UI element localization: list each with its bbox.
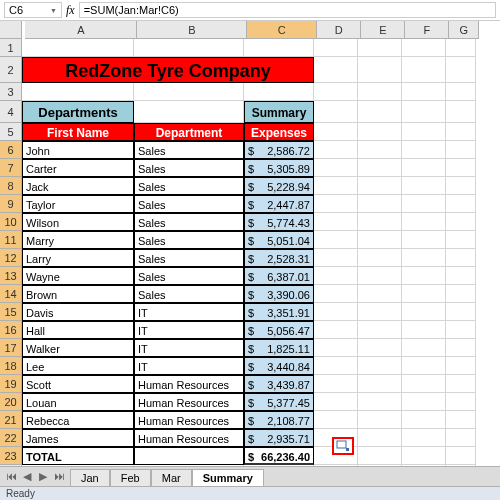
cell[interactable]: [402, 285, 446, 303]
cell[interactable]: [446, 195, 476, 213]
expense-cell[interactable]: $3,439.87: [244, 375, 314, 393]
cell[interactable]: [358, 57, 402, 83]
row-header[interactable]: 22: [0, 429, 22, 447]
department-cell[interactable]: Sales: [134, 213, 244, 231]
row-header[interactable]: 8: [0, 177, 22, 195]
cell[interactable]: [314, 321, 358, 339]
cell[interactable]: [314, 357, 358, 375]
cell[interactable]: [402, 267, 446, 285]
cell[interactable]: [314, 339, 358, 357]
cell[interactable]: [402, 303, 446, 321]
first-name-cell[interactable]: Davis: [22, 303, 134, 321]
cell[interactable]: [446, 83, 476, 101]
cell[interactable]: [402, 339, 446, 357]
department-cell[interactable]: Sales: [134, 141, 244, 159]
cell[interactable]: [402, 141, 446, 159]
first-name-header[interactable]: First Name: [22, 123, 134, 141]
department-cell[interactable]: Sales: [134, 195, 244, 213]
column-header-g[interactable]: G: [449, 21, 479, 39]
cell[interactable]: [134, 101, 244, 123]
cell[interactable]: [314, 159, 358, 177]
cell[interactable]: [446, 411, 476, 429]
sheet-tab-summary[interactable]: Summary: [192, 469, 264, 486]
department-cell[interactable]: Human Resources: [134, 429, 244, 447]
chevron-down-icon[interactable]: ▼: [50, 7, 57, 14]
cell[interactable]: [402, 357, 446, 375]
autofill-smarttag[interactable]: [332, 437, 354, 455]
cell[interactable]: [446, 285, 476, 303]
department-cell[interactable]: Sales: [134, 267, 244, 285]
cell[interactable]: [134, 83, 244, 101]
cell[interactable]: [314, 231, 358, 249]
cell[interactable]: [134, 39, 244, 57]
cell[interactable]: [314, 195, 358, 213]
cell[interactable]: [358, 447, 402, 465]
expense-cell[interactable]: $3,440.84: [244, 357, 314, 375]
cell[interactable]: [446, 141, 476, 159]
expense-cell[interactable]: $5,377.45: [244, 393, 314, 411]
cell[interactable]: [358, 357, 402, 375]
cell[interactable]: [358, 249, 402, 267]
cell[interactable]: [358, 375, 402, 393]
column-header-c[interactable]: C: [247, 21, 317, 39]
select-all-corner[interactable]: [0, 21, 22, 39]
company-title[interactable]: RedZone Tyre Company: [22, 57, 314, 83]
row-header[interactable]: 15: [0, 303, 22, 321]
expense-cell[interactable]: $2,447.87: [244, 195, 314, 213]
row-header[interactable]: 1: [0, 39, 22, 57]
cell[interactable]: [446, 303, 476, 321]
first-name-cell[interactable]: John: [22, 141, 134, 159]
cell[interactable]: [446, 231, 476, 249]
column-header-a[interactable]: A: [25, 21, 137, 39]
expense-cell[interactable]: $2,586.72: [244, 141, 314, 159]
cell[interactable]: [358, 39, 402, 57]
department-cell[interactable]: Sales: [134, 177, 244, 195]
row-header[interactable]: 21: [0, 411, 22, 429]
row-header[interactable]: 4: [0, 101, 22, 123]
expense-cell[interactable]: $5,051.04: [244, 231, 314, 249]
cell[interactable]: [314, 393, 358, 411]
expense-cell[interactable]: $2,108.77: [244, 411, 314, 429]
expense-cell[interactable]: $3,390.06: [244, 285, 314, 303]
first-name-cell[interactable]: Wilson: [22, 213, 134, 231]
cell[interactable]: [314, 101, 358, 123]
cell[interactable]: [314, 177, 358, 195]
row-header[interactable]: 17: [0, 339, 22, 357]
first-name-cell[interactable]: Marry: [22, 231, 134, 249]
department-cell[interactable]: IT: [134, 321, 244, 339]
cell[interactable]: [314, 249, 358, 267]
sheet-tab-feb[interactable]: Feb: [110, 469, 151, 486]
row-header[interactable]: 20: [0, 393, 22, 411]
cell[interactable]: [446, 57, 476, 83]
cell[interactable]: [134, 447, 244, 465]
cell[interactable]: [446, 159, 476, 177]
expense-cell[interactable]: $1,825.11: [244, 339, 314, 357]
cell[interactable]: [402, 195, 446, 213]
cell[interactable]: [402, 57, 446, 83]
cell[interactable]: [402, 375, 446, 393]
cell[interactable]: [314, 267, 358, 285]
cell[interactable]: [314, 411, 358, 429]
cell[interactable]: [402, 411, 446, 429]
department-cell[interactable]: Sales: [134, 231, 244, 249]
first-name-cell[interactable]: Walker: [22, 339, 134, 357]
cell[interactable]: [314, 39, 358, 57]
row-header[interactable]: 7: [0, 159, 22, 177]
expense-cell[interactable]: $5,228.94: [244, 177, 314, 195]
cell[interactable]: [402, 177, 446, 195]
cell[interactable]: [244, 83, 314, 101]
cell[interactable]: [314, 303, 358, 321]
tab-last-icon[interactable]: ⏭: [52, 470, 66, 483]
cell[interactable]: [314, 213, 358, 231]
row-header[interactable]: 5: [0, 123, 22, 141]
row-header[interactable]: 12: [0, 249, 22, 267]
cell[interactable]: [446, 357, 476, 375]
cell[interactable]: [402, 83, 446, 101]
row-header[interactable]: 10: [0, 213, 22, 231]
row-header[interactable]: 9: [0, 195, 22, 213]
row-header[interactable]: 13: [0, 267, 22, 285]
expense-cell[interactable]: $5,305.89: [244, 159, 314, 177]
first-name-cell[interactable]: James: [22, 429, 134, 447]
cell[interactable]: [402, 159, 446, 177]
column-header-d[interactable]: D: [317, 21, 361, 39]
